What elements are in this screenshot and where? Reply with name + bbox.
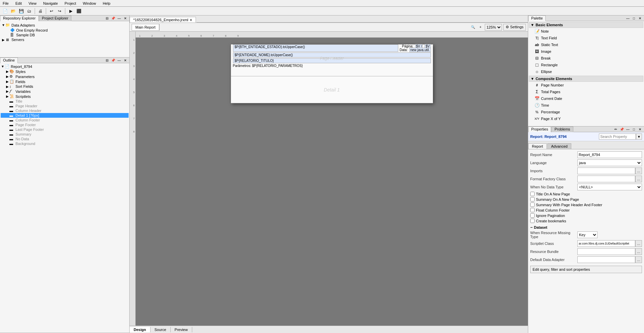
- outline-pin-icon[interactable]: 📌: [110, 58, 116, 63]
- toolbar-save-all[interactable]: 🗂: [26, 7, 33, 15]
- props-min-icon[interactable]: —: [625, 126, 631, 132]
- tab-repository-explorer[interactable]: Repository Explorer: [0, 15, 39, 21]
- outline-variables[interactable]: ▶ 𝑓 Variables: [1, 89, 129, 94]
- props-tab-advanced[interactable]: Advanced: [547, 143, 571, 149]
- menu-help[interactable]: Help: [101, 1, 112, 6]
- prop-resource-bundle-btn[interactable]: …: [635, 248, 642, 255]
- palette-min-icon[interactable]: —: [625, 15, 631, 21]
- tab-palette[interactable]: Palette: [528, 15, 546, 21]
- menu-window[interactable]: Window: [81, 1, 97, 6]
- palette-item-static-text[interactable]: ab Static Text: [529, 41, 643, 48]
- ph-field3[interactable]: $P{RELATORIO_TITULO}: [233, 58, 431, 63]
- outline-column-footer[interactable]: ▬ Column Footer: [1, 118, 129, 122]
- outline-column-header[interactable]: ▬ Column Header: [1, 108, 129, 113]
- toolbar-open[interactable]: 📂: [9, 7, 17, 15]
- palette-item-ellipse[interactable]: ○ Ellipse: [529, 68, 643, 75]
- prop-format-factory-btn[interactable]: …: [635, 176, 642, 182]
- checkbox-summary-with-header[interactable]: [530, 202, 535, 207]
- outline-no-data[interactable]: ▬ No Data: [1, 137, 129, 141]
- outline-collapse-icon[interactable]: ⊟: [104, 58, 110, 63]
- toolbar-print[interactable]: 🖨: [37, 7, 44, 15]
- tab-project-explorer[interactable]: Project Explorer: [39, 15, 71, 21]
- toolbar-undo[interactable]: ↩: [48, 7, 55, 15]
- outline-styles[interactable]: ▶ 🎨 Styles: [1, 69, 129, 74]
- outline-page-footer[interactable]: ▬ Page Footer: [1, 122, 129, 127]
- palette-item-page-x-of-y[interactable]: X/Y Page X of Y: [529, 115, 643, 122]
- tree-sample-db[interactable]: 🗄 Sample DB: [1, 33, 128, 37]
- palette-item-current-date[interactable]: 📅 Current Date: [529, 95, 643, 102]
- palette-item-page-number[interactable]: # Page Number: [529, 82, 643, 88]
- toolbar-new[interactable]: 📄: [1, 7, 9, 15]
- palette-item-total-pages[interactable]: Σ Total Pages: [529, 88, 643, 95]
- props-max-icon[interactable]: □: [631, 126, 637, 132]
- palette-item-note[interactable]: 📝 Note: [529, 28, 643, 35]
- palette-basic-header[interactable]: ▼ Basic Elements: [529, 22, 643, 28]
- tree-one-empty-record[interactable]: 🔷 One Empty Record: [1, 28, 128, 33]
- palette-close-icon[interactable]: ✕: [637, 15, 643, 21]
- props-pin-icon[interactable]: 📌: [619, 126, 624, 132]
- prop-scriptlet-class-btn[interactable]: …: [635, 240, 642, 247]
- prop-default-data-adapter-btn[interactable]: …: [635, 256, 642, 263]
- repo-close-icon[interactable]: ✕: [123, 15, 128, 21]
- prop-input-scriptlet-class[interactable]: [577, 240, 635, 247]
- menu-view[interactable]: View: [27, 1, 38, 6]
- tab-outline[interactable]: Outline: [0, 58, 18, 63]
- prop-input-default-data-adapter[interactable]: [577, 256, 635, 263]
- menu-navigate[interactable]: Navigate: [42, 1, 59, 6]
- zoom-select[interactable]: 125% 100% 75% 150%: [485, 24, 502, 31]
- palette-max-icon[interactable]: □: [631, 15, 637, 21]
- ph-field1[interactable]: $P{BTH_ENTIDADE_ESTADO}.toUpperCase(): [233, 44, 399, 52]
- menu-file[interactable]: File: [1, 1, 10, 6]
- repo-pin-icon[interactable]: 📌: [110, 15, 116, 21]
- palette-item-time[interactable]: 🕐 Time: [529, 102, 643, 109]
- props-tab-report[interactable]: Report: [528, 143, 547, 149]
- outline-min-icon[interactable]: —: [116, 58, 122, 63]
- checkbox-create-bookmarks[interactable]: [530, 219, 535, 223]
- palette-composite-header[interactable]: ▼ Composite Elements: [529, 76, 643, 82]
- outline-report[interactable]: ▼ 📄 Report_8794: [1, 64, 129, 69]
- prop-select-when-no-data[interactable]: <NULL> NoDataSection AllSectionsNoDetail: [577, 184, 642, 190]
- props-edit-icon[interactable]: ✏: [613, 126, 618, 132]
- editor-tab-main[interactable]: *1652208164826_Empenho.jrxml ✕: [130, 17, 196, 23]
- settings-btn[interactable]: ⚙ Settings: [503, 24, 526, 31]
- palette-item-rectangle[interactable]: □ Rectangle: [529, 62, 643, 68]
- repo-collapse-icon[interactable]: ⊟: [104, 15, 110, 21]
- palette-item-text-field[interactable]: T| Text Field: [529, 35, 643, 41]
- outline-scriptlets[interactable]: ▶ 📜 Scriptlets: [1, 94, 129, 99]
- edit-query-btn[interactable]: Edit query, filter and sort properties: [530, 266, 642, 273]
- checkbox-float-column-footer[interactable]: [530, 208, 535, 212]
- toolbar-run[interactable]: ▶: [67, 7, 74, 15]
- toolbar-redo[interactable]: ↪: [56, 7, 63, 15]
- editor-tab-close[interactable]: ✕: [190, 18, 192, 22]
- prop-input-format-factory[interactable]: [577, 176, 635, 182]
- prop-input-resource-bundle[interactable]: [577, 248, 635, 255]
- palette-item-percentage[interactable]: % Percentage: [529, 109, 643, 115]
- props-search-input[interactable]: [599, 134, 636, 140]
- zoom-out-btn[interactable]: 🔍: [470, 24, 476, 30]
- outline-fields[interactable]: ▶ 📋 Fields: [1, 79, 129, 84]
- outline-last-page-footer[interactable]: ▬ Last Page Footer: [1, 127, 129, 132]
- prop-input-report-name[interactable]: [577, 151, 642, 158]
- tab-problems[interactable]: Problems: [551, 126, 573, 132]
- prop-input-imports[interactable]: [577, 168, 635, 174]
- outline-summary[interactable]: ▬ Summary: [1, 132, 129, 137]
- checkbox-summary-on-new-page[interactable]: [530, 197, 535, 201]
- toggle-servers[interactable]: ▶: [1, 38, 5, 42]
- prop-select-resource-missing[interactable]: Key: [577, 231, 598, 238]
- menu-edit[interactable]: Edit: [14, 1, 23, 6]
- toggle-data-adapters[interactable]: ▼: [1, 23, 5, 27]
- design-canvas-scroll[interactable]: 1 2 3 4 5 6 7 8 9 Page Header: [136, 32, 528, 326]
- prop-imports-btn[interactable]: …: [635, 168, 642, 174]
- tree-servers[interactable]: ▶ 🖥 Servers: [1, 37, 128, 42]
- toolbar-stop[interactable]: ⬛: [75, 7, 82, 15]
- repo-min-icon[interactable]: —: [116, 15, 122, 21]
- prop-select-language[interactable]: java groovy: [577, 159, 642, 166]
- tab-properties[interactable]: Properties: [528, 126, 551, 132]
- menu-project[interactable]: Project: [63, 1, 77, 6]
- tab-preview[interactable]: Preview: [171, 327, 192, 332]
- outline-detail1[interactable]: ▬ Detail 1 [76px]: [1, 113, 129, 118]
- tab-source[interactable]: Source: [150, 327, 171, 332]
- outline-title[interactable]: ▬ Title: [1, 99, 129, 104]
- outline-sort-fields[interactable]: ▶ ↕ Sort Fields: [1, 84, 129, 89]
- outline-page-header[interactable]: ▬ Page Header: [1, 104, 129, 108]
